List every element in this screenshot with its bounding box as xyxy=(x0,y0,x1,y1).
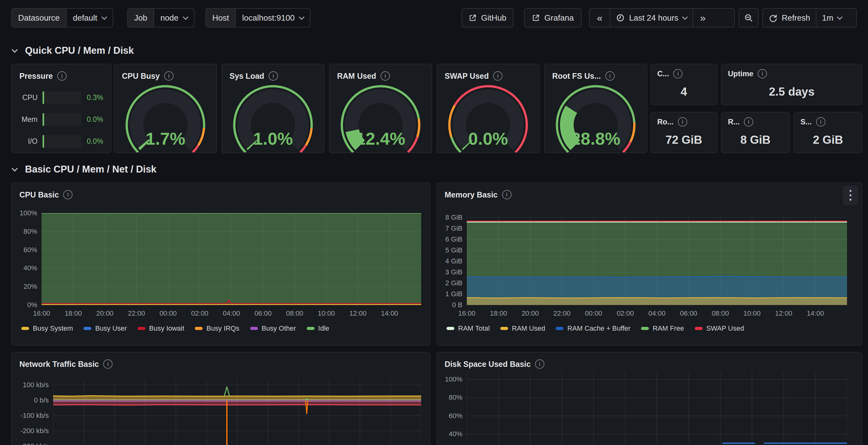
x-axis-tick-label: 10:00 xyxy=(318,309,335,318)
legend-item[interactable]: Busy User xyxy=(84,324,127,332)
panel-title[interactable]: Uptime xyxy=(728,69,753,78)
panel-title[interactable]: Disk Space Used Basic xyxy=(445,360,531,369)
panel-title[interactable]: SWAP Used xyxy=(445,71,489,81)
info-icon[interactable] xyxy=(606,71,615,81)
zoom-out-button[interactable] xyxy=(739,8,758,28)
time-shift-forward-button[interactable] xyxy=(692,9,713,27)
chart-legend: RAM TotalRAM UsedRAM Cache + BufferRAM F… xyxy=(446,324,744,332)
panel-menu-kebab-icon[interactable] xyxy=(843,186,858,205)
panel-uptime: Uptime 2.5 days xyxy=(721,64,862,105)
pressure-bar-gauge xyxy=(42,91,81,104)
legend-swatch xyxy=(137,327,145,330)
info-icon[interactable] xyxy=(103,359,113,369)
variable-job: Job node xyxy=(127,8,194,28)
info-icon[interactable] xyxy=(535,359,545,369)
info-icon[interactable] xyxy=(57,71,67,81)
panel-title[interactable]: C... xyxy=(657,69,669,78)
stat-value: 2.5 days xyxy=(722,85,862,98)
panel-title[interactable]: RAM Used xyxy=(337,71,376,81)
legend-item[interactable]: Busy Other xyxy=(250,324,296,332)
legend-item[interactable]: Idle xyxy=(307,324,329,332)
y-axis-tick-label: 4 GiB xyxy=(445,257,462,265)
panel-title[interactable]: CPU Basic xyxy=(20,190,59,199)
info-icon[interactable] xyxy=(63,190,72,199)
info-icon[interactable] xyxy=(673,69,683,78)
legend-label: RAM Cache + Buffer xyxy=(567,324,630,332)
legend-swatch xyxy=(21,327,29,330)
info-icon[interactable] xyxy=(744,117,753,127)
panel-title[interactable]: Root FS Us... xyxy=(552,71,601,81)
gauge: 1.7% xyxy=(115,82,216,153)
y-axis-tick-label: 20% xyxy=(24,283,37,291)
x-axis-tick-label: 06:00 xyxy=(680,309,697,318)
panel-title[interactable]: Pressure xyxy=(20,71,53,81)
legend-label: Busy User xyxy=(95,324,127,332)
panel-title[interactable]: Network Traffic Basic xyxy=(20,360,99,369)
section-row-quick[interactable]: Quick CPU / Mem / Disk xyxy=(12,44,134,58)
time-range-picker[interactable]: Last 24 hours xyxy=(610,9,692,27)
refresh-button[interactable]: Refresh xyxy=(763,9,816,27)
legend-item[interactable]: RAM Free xyxy=(641,324,684,332)
y-axis-tick-label: -300 kb/s xyxy=(21,442,49,445)
pressure-row-io: I/O 0.0% xyxy=(18,135,104,148)
y-axis-tick-label: 1 GiB xyxy=(445,290,462,298)
panel-title[interactable]: Ro... xyxy=(657,118,674,126)
x-axis-tick-label: 20:00 xyxy=(522,309,539,318)
info-icon[interactable] xyxy=(757,69,767,78)
section-title: Basic CPU / Mem / Net / Disk xyxy=(25,164,156,175)
legend-item[interactable]: Busy IRQs xyxy=(195,324,239,332)
info-icon[interactable] xyxy=(816,117,826,127)
panel-title[interactable]: Sys Load xyxy=(229,71,264,81)
github-link-button[interactable]: GitHub xyxy=(462,8,514,28)
pressure-label: CPU xyxy=(18,93,42,102)
panel-title[interactable]: Memory Basic xyxy=(445,190,498,199)
info-icon[interactable] xyxy=(269,71,278,81)
panel-title[interactable]: S... xyxy=(801,118,812,126)
chart-canvas[interactable] xyxy=(467,371,847,445)
pressure-row-mem: Mem 0.0% xyxy=(18,113,104,126)
legend-item[interactable]: SWAP Used xyxy=(695,324,744,332)
time-shift-back-button[interactable] xyxy=(590,9,610,27)
github-label: GitHub xyxy=(481,13,506,23)
info-icon[interactable] xyxy=(164,71,174,81)
gauge: 28.8% xyxy=(545,82,647,153)
job-select[interactable]: node xyxy=(154,9,194,27)
info-icon[interactable] xyxy=(380,71,390,81)
y-axis-tick-label: 3 GiB xyxy=(445,268,462,276)
x-axis-tick-label: 18:00 xyxy=(490,309,507,318)
refresh-interval-select[interactable]: 1m xyxy=(816,9,847,27)
panel-network-traffic-basic: Network Traffic Basic 100 kb/s0 b/s-100 … xyxy=(11,352,430,445)
chart-canvas[interactable] xyxy=(53,380,421,445)
legend-item[interactable]: RAM Total xyxy=(446,324,490,332)
info-icon[interactable] xyxy=(502,190,512,199)
stat-value: 8 GiB xyxy=(722,133,789,147)
info-icon[interactable] xyxy=(493,71,502,81)
section-row-basic[interactable]: Basic CPU / Mem / Net / Disk xyxy=(12,162,156,176)
legend-item[interactable]: RAM Used xyxy=(500,324,545,332)
chart-canvas[interactable] xyxy=(41,213,421,305)
info-icon[interactable] xyxy=(678,117,687,127)
legend-item[interactable]: Busy System xyxy=(21,324,73,332)
x-axis-tick-label: 12:00 xyxy=(775,309,792,318)
legend-label: Busy Iowait xyxy=(149,324,184,332)
gauge: 0.0% xyxy=(437,82,539,153)
grafana-link-button[interactable]: Grafana xyxy=(524,8,582,28)
stat-value: 2 GiB xyxy=(794,133,862,147)
gauge-arc: 0.0% xyxy=(444,81,532,153)
panel-root-fs-used: Root FS Us... 28.8% xyxy=(544,64,647,153)
panel-title[interactable]: CPU Busy xyxy=(122,71,160,81)
legend-item[interactable]: Busy Iowait xyxy=(137,324,184,332)
pressure-label: Mem xyxy=(18,115,42,124)
section-title: Quick CPU / Mem / Disk xyxy=(25,45,134,56)
legend-item[interactable]: RAM Cache + Buffer xyxy=(556,324,630,332)
host-select[interactable]: localhost:9100 xyxy=(236,9,310,27)
panel-title[interactable]: R... xyxy=(728,118,740,126)
pressure-value: 0.0% xyxy=(81,115,104,124)
refresh-icon xyxy=(769,13,777,22)
y-axis-tick-label: 40% xyxy=(449,430,462,438)
x-axis-tick-label: 04:00 xyxy=(648,309,665,318)
panel-ram-used: RAM Used 12.4% xyxy=(329,64,432,153)
datasource-select[interactable]: default xyxy=(67,9,113,27)
chart-canvas[interactable] xyxy=(467,216,847,305)
x-axis-tick-label: 00:00 xyxy=(159,309,177,318)
